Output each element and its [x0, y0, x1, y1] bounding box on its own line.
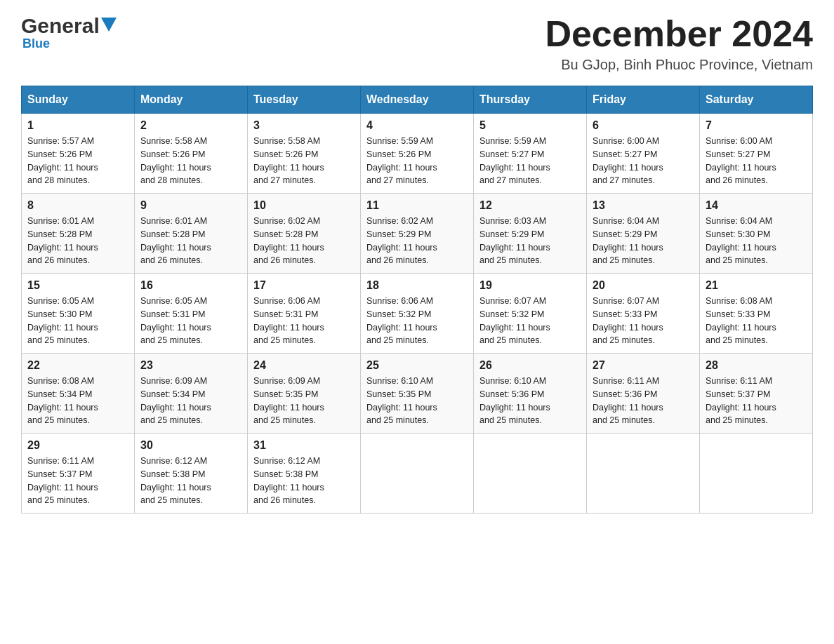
day-number: 25	[366, 359, 468, 372]
day-info: Sunrise: 6:06 AMSunset: 5:32 PMDaylight:…	[366, 296, 437, 345]
title-block: December 2024 Bu GJop, Binh Phuoc Provin…	[545, 14, 813, 73]
day-number: 9	[140, 199, 241, 212]
calendar-header-row: SundayMondayTuesdayWednesdayThursdayFrid…	[22, 86, 813, 114]
calendar-cell: 27 Sunrise: 6:11 AMSunset: 5:36 PMDaylig…	[587, 354, 700, 434]
day-number: 30	[140, 439, 241, 452]
day-number: 24	[253, 359, 355, 372]
day-info: Sunrise: 6:02 AMSunset: 5:29 PMDaylight:…	[366, 216, 437, 265]
day-info: Sunrise: 6:12 AMSunset: 5:38 PMDaylight:…	[253, 456, 324, 505]
page-header: General Blue December 2024 Bu GJop, Binh…	[21, 14, 813, 73]
calendar-week-row: 8 Sunrise: 6:01 AMSunset: 5:28 PMDayligh…	[22, 194, 813, 274]
day-number: 5	[479, 119, 581, 132]
calendar-cell: 14 Sunrise: 6:04 AMSunset: 5:30 PMDaylig…	[700, 194, 813, 274]
day-info: Sunrise: 5:58 AMSunset: 5:26 PMDaylight:…	[253, 136, 324, 185]
calendar-week-row: 29 Sunrise: 6:11 AMSunset: 5:37 PMDaylig…	[22, 434, 813, 514]
col-header-monday: Monday	[135, 86, 248, 114]
day-info: Sunrise: 6:07 AMSunset: 5:33 PMDaylight:…	[593, 296, 663, 345]
logo-blue: Blue	[21, 36, 50, 51]
col-header-wednesday: Wednesday	[361, 86, 474, 114]
calendar-cell: 26 Sunrise: 6:10 AMSunset: 5:36 PMDaylig…	[474, 354, 587, 434]
calendar-cell: 25 Sunrise: 6:10 AMSunset: 5:35 PMDaylig…	[361, 354, 474, 434]
calendar-cell: 23 Sunrise: 6:09 AMSunset: 5:34 PMDaylig…	[135, 354, 248, 434]
calendar-week-row: 15 Sunrise: 6:05 AMSunset: 5:30 PMDaylig…	[22, 274, 813, 354]
calendar-cell: 17 Sunrise: 6:06 AMSunset: 5:31 PMDaylig…	[248, 274, 361, 354]
calendar-cell: 13 Sunrise: 6:04 AMSunset: 5:29 PMDaylig…	[587, 194, 700, 274]
day-info: Sunrise: 6:01 AMSunset: 5:28 PMDaylight:…	[27, 216, 98, 265]
calendar-table: SundayMondayTuesdayWednesdayThursdayFrid…	[21, 86, 813, 514]
col-header-sunday: Sunday	[22, 86, 135, 114]
day-info: Sunrise: 6:11 AMSunset: 5:37 PMDaylight:…	[27, 456, 98, 505]
day-number: 18	[366, 279, 468, 292]
day-info: Sunrise: 6:08 AMSunset: 5:33 PMDaylight:…	[706, 296, 776, 345]
day-info: Sunrise: 6:11 AMSunset: 5:36 PMDaylight:…	[593, 376, 663, 425]
calendar-cell	[700, 434, 813, 514]
day-info: Sunrise: 6:09 AMSunset: 5:34 PMDaylight:…	[140, 376, 211, 425]
location: Bu GJop, Binh Phuoc Province, Vietnam	[545, 57, 813, 73]
day-info: Sunrise: 6:01 AMSunset: 5:28 PMDaylight:…	[140, 216, 211, 265]
day-number: 20	[593, 279, 694, 292]
calendar-cell: 18 Sunrise: 6:06 AMSunset: 5:32 PMDaylig…	[361, 274, 474, 354]
day-info: Sunrise: 5:58 AMSunset: 5:26 PMDaylight:…	[140, 136, 211, 185]
calendar-cell: 8 Sunrise: 6:01 AMSunset: 5:28 PMDayligh…	[22, 194, 135, 274]
calendar-cell: 15 Sunrise: 6:05 AMSunset: 5:30 PMDaylig…	[22, 274, 135, 354]
calendar-cell	[474, 434, 587, 514]
day-number: 22	[27, 359, 128, 372]
calendar-cell: 12 Sunrise: 6:03 AMSunset: 5:29 PMDaylig…	[474, 194, 587, 274]
day-info: Sunrise: 6:10 AMSunset: 5:36 PMDaylight:…	[479, 376, 550, 425]
logo-triangle-icon	[101, 18, 117, 32]
calendar-cell: 2 Sunrise: 5:58 AMSunset: 5:26 PMDayligh…	[135, 114, 248, 194]
day-info: Sunrise: 6:02 AMSunset: 5:28 PMDaylight:…	[253, 216, 324, 265]
calendar-cell: 6 Sunrise: 6:00 AMSunset: 5:27 PMDayligh…	[587, 114, 700, 194]
day-info: Sunrise: 6:10 AMSunset: 5:35 PMDaylight:…	[366, 376, 437, 425]
day-info: Sunrise: 6:04 AMSunset: 5:30 PMDaylight:…	[706, 216, 776, 265]
calendar-cell: 1 Sunrise: 5:57 AMSunset: 5:26 PMDayligh…	[22, 114, 135, 194]
day-number: 26	[479, 359, 581, 372]
logo: General Blue	[21, 14, 117, 51]
day-number: 23	[140, 359, 241, 372]
col-header-thursday: Thursday	[474, 86, 587, 114]
day-info: Sunrise: 6:00 AMSunset: 5:27 PMDaylight:…	[706, 136, 776, 185]
calendar-cell: 30 Sunrise: 6:12 AMSunset: 5:38 PMDaylig…	[135, 434, 248, 514]
day-info: Sunrise: 6:07 AMSunset: 5:32 PMDaylight:…	[479, 296, 550, 345]
day-number: 31	[253, 439, 355, 452]
calendar-cell: 10 Sunrise: 6:02 AMSunset: 5:28 PMDaylig…	[248, 194, 361, 274]
calendar-cell: 20 Sunrise: 6:07 AMSunset: 5:33 PMDaylig…	[587, 274, 700, 354]
day-info: Sunrise: 6:05 AMSunset: 5:30 PMDaylight:…	[27, 296, 98, 345]
day-number: 14	[706, 199, 807, 212]
day-number: 19	[479, 279, 581, 292]
day-number: 4	[366, 119, 468, 132]
day-number: 7	[706, 119, 807, 132]
day-number: 16	[140, 279, 241, 292]
day-number: 10	[253, 199, 355, 212]
day-number: 15	[27, 279, 128, 292]
calendar-cell	[361, 434, 474, 514]
calendar-cell: 21 Sunrise: 6:08 AMSunset: 5:33 PMDaylig…	[700, 274, 813, 354]
day-info: Sunrise: 6:06 AMSunset: 5:31 PMDaylight:…	[253, 296, 324, 345]
col-header-tuesday: Tuesday	[248, 86, 361, 114]
svg-marker-0	[101, 18, 117, 32]
calendar-cell: 28 Sunrise: 6:11 AMSunset: 5:37 PMDaylig…	[700, 354, 813, 434]
day-info: Sunrise: 6:03 AMSunset: 5:29 PMDaylight:…	[479, 216, 550, 265]
calendar-cell: 19 Sunrise: 6:07 AMSunset: 5:32 PMDaylig…	[474, 274, 587, 354]
day-number: 12	[479, 199, 581, 212]
calendar-week-row: 1 Sunrise: 5:57 AMSunset: 5:26 PMDayligh…	[22, 114, 813, 194]
calendar-cell: 16 Sunrise: 6:05 AMSunset: 5:31 PMDaylig…	[135, 274, 248, 354]
calendar-cell: 9 Sunrise: 6:01 AMSunset: 5:28 PMDayligh…	[135, 194, 248, 274]
day-info: Sunrise: 6:08 AMSunset: 5:34 PMDaylight:…	[27, 376, 98, 425]
calendar-cell: 22 Sunrise: 6:08 AMSunset: 5:34 PMDaylig…	[22, 354, 135, 434]
calendar-week-row: 22 Sunrise: 6:08 AMSunset: 5:34 PMDaylig…	[22, 354, 813, 434]
day-number: 3	[253, 119, 355, 132]
calendar-cell: 4 Sunrise: 5:59 AMSunset: 5:26 PMDayligh…	[361, 114, 474, 194]
day-info: Sunrise: 5:59 AMSunset: 5:26 PMDaylight:…	[366, 136, 437, 185]
day-number: 1	[27, 119, 128, 132]
day-number: 8	[27, 199, 128, 212]
day-number: 28	[706, 359, 807, 372]
day-number: 29	[27, 439, 128, 452]
day-number: 21	[706, 279, 807, 292]
logo-general: General	[21, 14, 100, 38]
calendar-cell: 11 Sunrise: 6:02 AMSunset: 5:29 PMDaylig…	[361, 194, 474, 274]
col-header-saturday: Saturday	[700, 86, 813, 114]
day-info: Sunrise: 5:57 AMSunset: 5:26 PMDaylight:…	[27, 136, 98, 185]
day-info: Sunrise: 6:04 AMSunset: 5:29 PMDaylight:…	[593, 216, 663, 265]
day-number: 6	[593, 119, 694, 132]
